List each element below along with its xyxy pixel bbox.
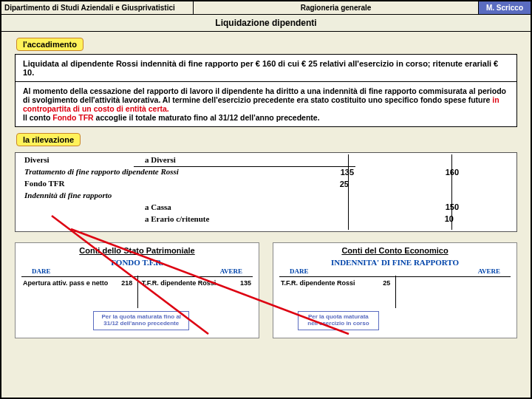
journal-entry: Diversi a Diversi Trattamento di fine ra…: [15, 152, 517, 232]
journal-line-2: Fondo TFR: [24, 179, 65, 188]
note-left: Per la quota maturata fino al 31/12 dell…: [93, 311, 189, 330]
journal-amount: 135: [341, 168, 354, 177]
ce-column: Conti del Conto Economico INDENNITA' DI …: [273, 242, 517, 338]
panel-paragraph-1: Liquidata al dipendente Rossi indennità …: [16, 55, 516, 82]
text-panel: Liquidata al dipendente Rossi indennità …: [15, 54, 517, 127]
ledger-right-label: T.F.R. dipendente Rossi: [142, 279, 216, 287]
journal-line-4: a Cassa: [145, 202, 171, 211]
journal-line-1: Trattamento di fine rapporto dipendente …: [24, 167, 179, 176]
chip-rilevazione: la rilevazione: [16, 133, 81, 146]
author-label: M. Scricco: [479, 1, 531, 14]
note-right: Per la quota maturata nell'esercizio in …: [298, 311, 379, 330]
ledger2-left-amt: 25: [383, 279, 390, 287]
journal-header-adiversi: a Diversi: [145, 155, 176, 164]
top-bar: Dipartimento di Studi Aziendali e Giuspr…: [1, 1, 531, 15]
journal-header-diversi: Diversi: [24, 155, 50, 164]
journal-amount: 150: [446, 202, 459, 211]
ce-title: Conti del Conto Economico: [276, 246, 514, 255]
ledger2-left-label: T.F.R. dipendente Rossi: [281, 279, 355, 287]
sp-column: Conti dello Stato Patrimoniale FONDO T.F…: [15, 242, 259, 338]
course-label: Ragioneria generale: [194, 1, 479, 14]
ledger-right-amt: 135: [240, 279, 251, 287]
journal-amount: 160: [446, 168, 459, 177]
page-title: Liquidazione dipendenti: [1, 15, 531, 32]
ledger-name: INDENNITA' DI FINE RAPPORTO: [276, 258, 514, 267]
journal-line-5: a Erario c/ritenute: [145, 214, 209, 223]
t-accounts: Conti dello Stato Patrimoniale FONDO T.F…: [15, 242, 517, 338]
journal-amount: 10: [445, 214, 454, 223]
ledger-name: FONDO T.F.R.: [18, 258, 256, 267]
sp-title: Conti dello Stato Patrimoniale: [18, 246, 256, 255]
dept-label: Dipartimento di Studi Aziendali e Giuspr…: [1, 1, 194, 14]
journal-amount: 25: [340, 180, 349, 188]
ledger-left-label: Apertura attiv. pass e netto: [23, 279, 108, 287]
journal-line-3: Indennità di fine rapporto: [24, 191, 112, 200]
chip-accadimento: l'accadimento: [16, 38, 83, 51]
ledger-left-amt: 218: [121, 279, 132, 287]
panel-paragraph-2: Al momento della cessazione del rapporto…: [16, 82, 516, 126]
